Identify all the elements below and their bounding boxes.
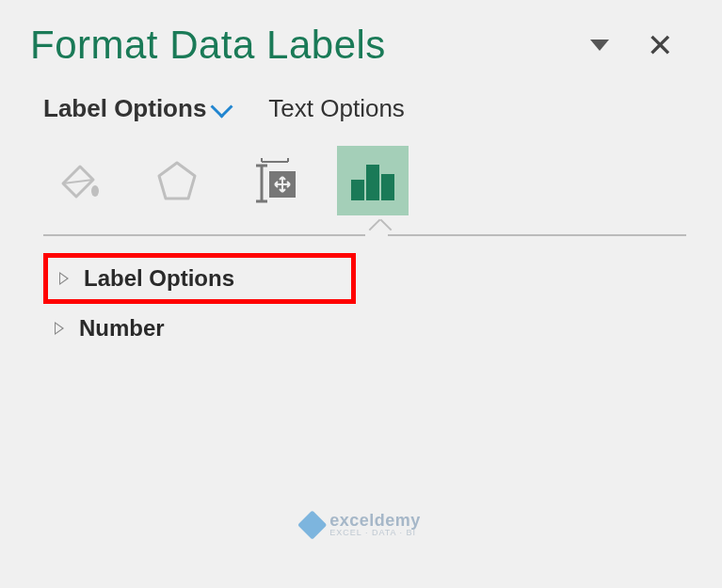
size-properties-tab[interactable]	[239, 146, 311, 215]
section-label-text: Number	[79, 315, 165, 342]
panel-options-dropdown-icon[interactable]	[590, 40, 609, 51]
watermark-main: exceldemy	[329, 512, 421, 529]
paint-bucket-icon	[56, 157, 103, 204]
bar-chart-icon	[347, 157, 398, 204]
expand-caret-icon	[55, 322, 64, 335]
svg-rect-9	[366, 165, 379, 200]
svg-rect-10	[381, 174, 394, 200]
logo-icon	[297, 510, 327, 539]
tab-label-options[interactable]: Label Options	[43, 94, 231, 123]
section-number[interactable]: Number	[43, 304, 692, 353]
tab-label: Text Options	[268, 94, 405, 123]
chevron-down-icon	[216, 106, 231, 112]
svg-rect-8	[351, 180, 364, 200]
tab-label: Label Options	[43, 94, 206, 123]
label-options-chart-tab[interactable]	[337, 146, 409, 215]
panel-title: Format Data Labels	[30, 23, 386, 68]
tab-text-options[interactable]: Text Options	[268, 94, 405, 123]
fill-line-tab[interactable]	[43, 146, 115, 215]
section-label-text: Label Options	[84, 265, 234, 292]
watermark: exceldemy EXCEL · DATA · BI	[301, 512, 421, 537]
pentagon-icon	[153, 157, 201, 204]
size-icon	[249, 154, 301, 207]
effects-tab[interactable]	[141, 146, 213, 215]
expand-caret-icon	[59, 272, 69, 285]
watermark-sub: EXCEL · DATA · BI	[329, 529, 421, 537]
svg-point-0	[91, 185, 99, 197]
section-label-options[interactable]: Label Options	[43, 253, 356, 304]
close-icon[interactable]: ✕	[647, 26, 673, 64]
